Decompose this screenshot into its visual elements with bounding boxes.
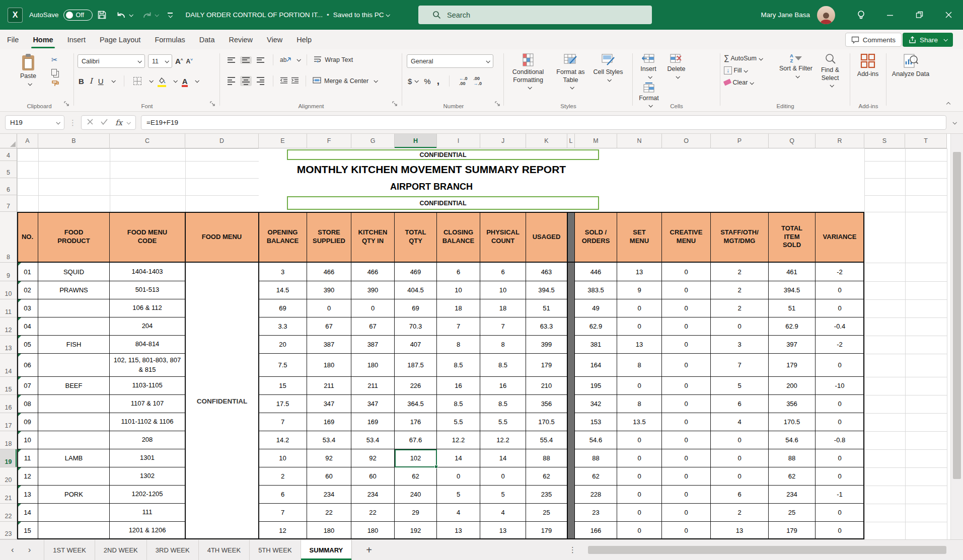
cell-F22[interactable]: 22 (307, 504, 351, 522)
close-button[interactable] (934, 0, 963, 30)
row-header-18[interactable]: 18 (0, 431, 17, 449)
sort-filter-button[interactable]: AZ Sort & Filter (779, 49, 812, 78)
cell-F18[interactable]: 53.4 (307, 431, 351, 449)
cell-N10[interactable]: 9 (617, 281, 662, 299)
cell-A11[interactable]: 03 (17, 299, 38, 317)
cell-F15[interactable]: 211 (307, 377, 351, 395)
cell-M22[interactable]: 23 (575, 504, 617, 522)
header-cell-G8[interactable]: KITCHEN QTY IN (351, 212, 395, 263)
cell-A14[interactable]: 06 (17, 354, 38, 377)
cell-M18[interactable]: 54.6 (575, 431, 617, 449)
header-cell-C8[interactable]: FOOD MENU CODE (110, 212, 185, 263)
column-header-Q[interactable]: Q (769, 134, 816, 148)
cell-A16[interactable]: 08 (17, 395, 38, 413)
cell-G14[interactable]: 180 (351, 354, 395, 377)
align-left-icon[interactable] (226, 76, 237, 86)
formula-bar-splitter[interactable]: ⋮ (69, 118, 77, 127)
row-header-20[interactable]: 20 (0, 467, 17, 486)
column-header-D[interactable]: D (185, 134, 259, 148)
row-header-22[interactable]: 22 (0, 504, 17, 522)
cell-P11[interactable]: 2 (711, 299, 769, 317)
cell-A15[interactable]: 07 (17, 377, 38, 395)
find-select-button[interactable]: Find & Select (814, 49, 846, 87)
cell-P21[interactable]: 6 (711, 486, 769, 504)
cell-E22[interactable]: 7 (259, 504, 307, 522)
cell-E16[interactable]: 17.5 (259, 395, 307, 413)
font-size-select[interactable]: 11 (148, 54, 172, 68)
cell-O18[interactable]: 0 (662, 431, 711, 449)
cell-B22[interactable] (38, 504, 110, 522)
cell-O19[interactable]: 0 (662, 449, 711, 467)
cell-J10[interactable]: 10 (480, 281, 526, 299)
cell-M10[interactable]: 383.5 (575, 281, 617, 299)
cell-C15[interactable]: 1103-1105 (110, 377, 185, 395)
name-box[interactable]: H19 (5, 115, 64, 130)
cell-A22[interactable]: 14 (17, 504, 38, 522)
header-cell-K8[interactable]: USAGED (526, 212, 567, 263)
cell-B14[interactable] (38, 354, 110, 377)
cell-I15[interactable]: 16 (437, 377, 480, 395)
cell-C12[interactable]: 204 (110, 317, 185, 336)
cell-M21[interactable]: 228 (575, 486, 617, 504)
cell-K10[interactable]: 394.5 (526, 281, 567, 299)
cell-B20[interactable] (38, 467, 110, 486)
formula-input[interactable]: =E19+F19 (141, 115, 946, 130)
next-sheet-icon[interactable]: › (28, 545, 31, 555)
cell-R15[interactable]: -10 (816, 377, 864, 395)
cell-I9[interactable]: 6 (437, 263, 480, 281)
cell-K18[interactable]: 55.4 (526, 431, 567, 449)
cell-C17[interactable]: 1101-1102 & 1106 (110, 413, 185, 431)
cell-G19[interactable]: 92 (351, 449, 395, 467)
row-header-10[interactable]: 10 (0, 281, 17, 299)
cell-F23[interactable]: 180 (307, 522, 351, 539)
cell-H20[interactable]: 62 (395, 467, 437, 486)
comments-button[interactable]: Comments (845, 33, 902, 47)
cell-I21[interactable]: 5 (437, 486, 480, 504)
cell-H15[interactable]: 226 (395, 377, 437, 395)
cell-C22[interactable]: 111 (110, 504, 185, 522)
cell-N21[interactable]: 0 (617, 486, 662, 504)
collapse-ribbon-icon[interactable] (944, 100, 950, 107)
cell-F9[interactable]: 466 (307, 263, 351, 281)
saved-status[interactable]: Saved to this PC (333, 11, 390, 19)
cancel-icon[interactable] (87, 119, 93, 126)
cell-B19[interactable]: LAMB (38, 449, 110, 467)
cell-P20[interactable]: 0 (711, 467, 769, 486)
row-header-9[interactable]: 9 (0, 263, 17, 281)
row-header-12[interactable]: 12 (0, 317, 17, 336)
column-header-J[interactable]: J (480, 134, 526, 148)
cell-G17[interactable]: 169 (351, 413, 395, 431)
cell-N20[interactable]: 0 (617, 467, 662, 486)
document-title[interactable]: DAILY ORDER CONTROL OF PORTION IT... (186, 11, 323, 19)
cell-E9[interactable]: 3 (259, 263, 307, 281)
restore-button[interactable] (905, 0, 934, 30)
cell-M23[interactable]: 166 (575, 522, 617, 539)
cell-F12[interactable]: 67 (307, 317, 351, 336)
insert-function-icon[interactable]: fx (115, 118, 122, 127)
align-middle-icon[interactable] (240, 56, 252, 64)
cell-P13[interactable]: 3 (711, 336, 769, 354)
cell-C9[interactable]: 1404-1403 (110, 263, 185, 281)
share-button[interactable]: Share (903, 33, 953, 47)
row-header-17[interactable]: 17 (0, 413, 17, 431)
header-cell-B8[interactable]: FOOD PRODUCT (38, 212, 110, 263)
cell-Q16[interactable]: 356 (769, 395, 816, 413)
row-header-4[interactable]: 4 (0, 148, 17, 161)
cell-G23[interactable]: 180 (351, 522, 395, 539)
header-cell-Q8[interactable]: TOTAL ITEM SOLD (769, 212, 816, 263)
increase-indent-icon[interactable] (291, 77, 299, 85)
cell-C13[interactable]: 804-814 (110, 336, 185, 354)
cell-C10[interactable]: 501-513 (110, 281, 185, 299)
column-header-T[interactable]: T (905, 134, 947, 148)
cell-A23[interactable]: 15 (17, 522, 38, 539)
cell-C20[interactable]: 1302 (110, 467, 185, 486)
cell-N14[interactable]: 8 (617, 354, 662, 377)
cell-J17[interactable]: 5.5 (480, 413, 526, 431)
cell-J20[interactable]: 0 (480, 467, 526, 486)
cell-E17[interactable]: 7 (259, 413, 307, 431)
header-cell-M8[interactable]: SOLD / ORDERS (575, 212, 617, 263)
decrease-font-icon[interactable]: A˅ (186, 57, 193, 65)
cell-J16[interactable]: 8.5 (480, 395, 526, 413)
cell-A10[interactable]: 02 (17, 281, 38, 299)
cell-H12[interactable]: 70.3 (395, 317, 437, 336)
